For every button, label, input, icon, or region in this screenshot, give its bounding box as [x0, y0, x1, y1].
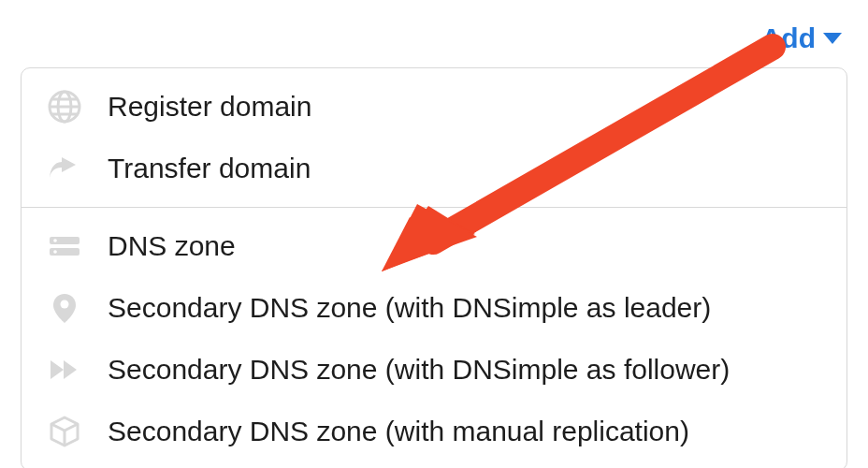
add-button-label: Add	[761, 22, 816, 54]
menu-item-label: Secondary DNS zone (with DNSimple as fol…	[108, 354, 730, 386]
svg-point-8	[53, 250, 57, 254]
svg-point-7	[53, 239, 57, 242]
share-icon	[48, 152, 81, 185]
globe-icon	[48, 90, 81, 124]
svg-point-9	[61, 300, 69, 309]
menu-item-register-domain[interactable]: Register domain	[22, 76, 846, 138]
add-button[interactable]: Add	[761, 22, 842, 54]
menu-item-dns-zone[interactable]: DNS zone	[22, 215, 846, 277]
menu-item-label: DNS zone	[108, 230, 236, 262]
fast-forward-icon	[48, 353, 81, 387]
menu-section-zones: DNS zone Secondary DNS zone (with DNSimp…	[22, 208, 846, 468]
menu-item-label: Transfer domain	[108, 153, 311, 184]
menu-item-label: Secondary DNS zone (with manual replicat…	[108, 416, 689, 447]
menu-item-label: Secondary DNS zone (with DNSimple as lea…	[108, 292, 711, 324]
add-dropdown: Register domain Transfer domain	[21, 67, 847, 468]
pin-icon	[48, 291, 81, 325]
menu-item-secondary-leader[interactable]: Secondary DNS zone (with DNSimple as lea…	[22, 277, 846, 339]
server-icon	[48, 229, 81, 263]
menu-section-domains: Register domain Transfer domain	[22, 68, 846, 207]
cube-icon	[48, 415, 81, 448]
menu-item-secondary-follower[interactable]: Secondary DNS zone (with DNSimple as fol…	[22, 339, 846, 401]
menu-item-label: Register domain	[108, 91, 311, 123]
menu-item-transfer-domain[interactable]: Transfer domain	[22, 138, 846, 199]
caret-down-icon	[823, 33, 842, 44]
menu-item-secondary-manual[interactable]: Secondary DNS zone (with manual replicat…	[22, 401, 846, 462]
